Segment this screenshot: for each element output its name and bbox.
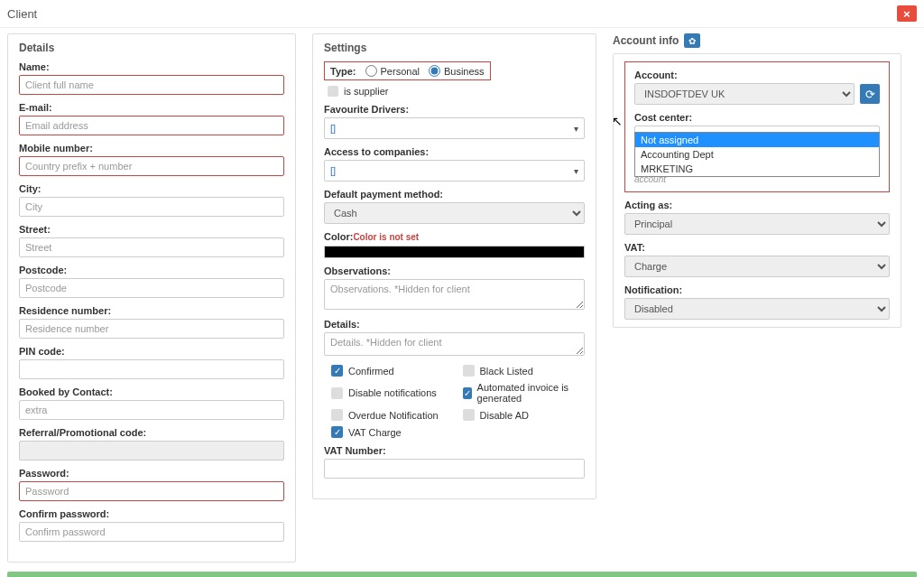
street-input[interactable] — [19, 237, 284, 257]
disable-ad-label: Disable AD — [480, 410, 529, 421]
confirmed-label: Confirmed — [348, 366, 394, 377]
vat-number-input[interactable] — [324, 459, 585, 479]
color-swatch[interactable] — [324, 246, 585, 258]
payment-method-select[interactable]: Cash — [324, 202, 585, 224]
residence-label: Residence number: — [19, 305, 284, 316]
vat-number-label: VAT Number: — [324, 445, 585, 456]
details-panel: Details Name: E-mail: Mobile number: Cit… — [7, 33, 296, 563]
color-label: Color:Color is not set — [324, 231, 585, 242]
password-label: Password: — [19, 468, 284, 479]
cost-center-option[interactable]: Accounting Dept — [635, 147, 879, 162]
mobile-label: Mobile number: — [19, 143, 284, 154]
is-supplier-row: is supplier — [328, 86, 585, 97]
type-personal-label: Personal — [381, 66, 420, 77]
payment-method-label: Default payment method: — [324, 189, 585, 200]
overdue-checkbox[interactable] — [331, 409, 343, 421]
vat-select[interactable]: Charge — [624, 256, 890, 277]
account-highlight-box: Account: INSDOFTDEV UK ⟳ Cost center: No… — [624, 61, 890, 192]
settings-panel: Settings Type: Personal Business is supp… — [312, 33, 596, 499]
disable-ad-checkbox[interactable] — [463, 409, 475, 421]
chevron-down-icon — [574, 123, 578, 134]
notification-label: Notification: — [624, 284, 890, 295]
auto-invoice-label: Automated invoice is generated — [477, 382, 585, 404]
observations-label: Observations: — [324, 265, 585, 276]
favourite-drivers-select[interactable]: [] — [324, 117, 585, 139]
city-input[interactable] — [19, 197, 284, 217]
street-label: Street: — [19, 224, 284, 235]
vat-label: VAT: — [624, 242, 890, 253]
details-title: Details — [19, 42, 284, 54]
confirm-label: Confirm password: — [19, 508, 284, 519]
chevron-down-icon — [574, 165, 578, 176]
city-label: City: — [19, 183, 284, 194]
reload-account-button[interactable]: ⟳ — [860, 84, 880, 104]
email-label: E-mail: — [19, 102, 284, 113]
account-settings-button[interactable]: ✿ — [684, 33, 700, 48]
email-input[interactable] — [19, 116, 284, 135]
account-select[interactable]: INSDOFTDEV UK — [634, 83, 855, 105]
access-companies-label: Access to companies: — [324, 146, 585, 157]
cost-center-label: Cost center: — [634, 112, 880, 123]
referral-input[interactable] — [19, 441, 284, 461]
page-title: Client — [7, 7, 37, 21]
access-companies-select[interactable]: [] — [324, 160, 585, 181]
account-column: Account info ✿ Account: INSDOFTDEV UK ⟳ … — [613, 33, 901, 328]
gear-icon: ✿ — [688, 36, 696, 46]
type-group: Type: Personal Business — [324, 61, 491, 80]
password-input[interactable] — [19, 481, 284, 501]
pin-input[interactable] — [19, 359, 284, 379]
acting-as-select[interactable]: Principal — [624, 213, 890, 235]
observations-input[interactable] — [324, 279, 585, 310]
favourite-drivers-label: Favourite Drivers: — [324, 104, 585, 115]
booked-label: Booked by Contact: — [19, 386, 284, 397]
confirmed-checkbox[interactable]: ✓ — [331, 365, 343, 377]
settings-title: Settings — [324, 42, 585, 54]
favourite-drivers-value: [] — [330, 123, 336, 134]
auto-invoice-checkbox[interactable]: ✓ — [463, 387, 472, 399]
pin-label: PIN code: — [19, 346, 284, 357]
color-hint: Color is not set — [353, 232, 419, 242]
details-label: Details: — [324, 319, 585, 330]
disable-notifications-label: Disable notifications — [348, 387, 437, 398]
name-input[interactable] — [19, 75, 284, 95]
overdue-label: Overdue Notification — [348, 410, 439, 421]
referral-label: Referral/Promotional code: — [19, 427, 284, 438]
type-personal-radio[interactable] — [365, 65, 377, 77]
cost-center-dropdown: Not assigned Accounting Dept MRKETING — [634, 132, 880, 177]
mobile-input[interactable] — [19, 156, 284, 176]
postcode-input[interactable] — [19, 278, 284, 298]
postcode-label: Postcode: — [19, 265, 284, 275]
confirm-input[interactable] — [19, 522, 284, 542]
blacklisted-label: Black Listed — [480, 366, 533, 377]
vat-charge-label: VAT Charge — [348, 427, 402, 438]
cost-center-option[interactable]: Not assigned — [635, 133, 879, 147]
acting-as-label: Acting as: — [624, 200, 890, 210]
type-business-radio[interactable] — [429, 65, 440, 77]
booked-input[interactable] — [19, 400, 284, 420]
type-business-label: Business — [444, 66, 485, 77]
access-companies-value: [] — [330, 165, 336, 176]
residence-input[interactable] — [19, 319, 284, 339]
header: Client × — [0, 0, 924, 28]
blacklisted-checkbox[interactable] — [463, 365, 475, 377]
name-label: Name: — [19, 61, 284, 72]
close-button[interactable]: × — [897, 5, 917, 22]
refresh-icon: ⟳ — [865, 88, 875, 101]
disable-notifications-checkbox[interactable] — [331, 387, 343, 399]
is-supplier-label: is supplier — [344, 86, 389, 97]
notification-select[interactable]: Disabled — [624, 298, 890, 320]
save-button[interactable]: SAVE — [7, 572, 917, 577]
account-title: Account info — [613, 34, 679, 47]
vat-charge-checkbox[interactable]: ✓ — [331, 426, 343, 438]
cost-center-option[interactable]: MRKETING — [635, 162, 879, 176]
type-label: Type: — [330, 66, 356, 77]
details-input[interactable] — [324, 332, 585, 356]
account-label: Account: — [634, 70, 880, 80]
is-supplier-checkbox[interactable] — [328, 86, 338, 97]
